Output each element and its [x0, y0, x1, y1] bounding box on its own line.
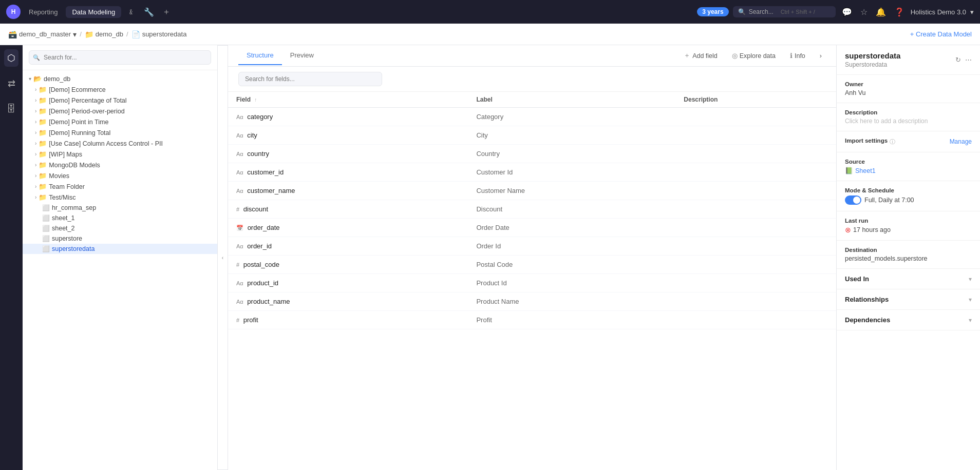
- manage-link[interactable]: Manage: [950, 138, 972, 145]
- field-label: Country: [468, 145, 675, 163]
- tree-item-maps[interactable]: › 📁 [WIP] Maps: [23, 149, 217, 160]
- source-link[interactable]: 📗 Sheet1: [845, 167, 972, 174]
- table-row[interactable]: Aα city ⋯ City: [228, 126, 836, 145]
- last-run-section: Last run ⊗ 17 hours ago: [837, 211, 980, 241]
- star-icon[interactable]: ☆: [858, 5, 870, 19]
- tree-item-superstore[interactable]: ⬜ superstore: [23, 233, 217, 244]
- collapse-sidebar-button[interactable]: ‹: [218, 45, 228, 470]
- explore-data-button[interactable]: ◎ Explore data: [728, 50, 780, 62]
- field-name: discount: [243, 205, 268, 213]
- breadcrumb-db-master[interactable]: 🗃️ demo_db_master ▾: [8, 30, 77, 38]
- breadcrumb-superstoredata[interactable]: 📄 superstoredata: [131, 30, 187, 38]
- chat-icon[interactable]: 💬: [840, 5, 854, 19]
- field-label: Category: [468, 108, 675, 126]
- field-label: Customer Id: [468, 163, 675, 182]
- chevron-right-icon: ›: [35, 151, 36, 157]
- field-type-icon: Aα: [236, 114, 243, 120]
- dependencies-header[interactable]: Dependencies ▾: [837, 310, 980, 330]
- tree-label: [Demo] Running Total: [49, 129, 110, 136]
- file-icon: ⬜: [42, 214, 50, 222]
- plus-icon[interactable]: ＋: [160, 5, 173, 19]
- table-row[interactable]: Aα customer_name ⋯ Customer Name: [228, 182, 836, 200]
- used-in-header[interactable]: Used In ▾: [837, 269, 980, 289]
- relationships-title: Relationships: [845, 296, 889, 303]
- table-row[interactable]: Aα customer_id ⋯ Customer Id: [228, 163, 836, 182]
- navbar-data-modeling[interactable]: Data Modeling: [66, 6, 121, 18]
- bell-icon[interactable]: 🔔: [874, 5, 888, 19]
- create-data-model-button[interactable]: + Create Data Model: [910, 30, 972, 38]
- tree-item-hr-comma-sep[interactable]: ⬜ hr_comma_sep: [23, 203, 217, 213]
- tree-item-column-access[interactable]: › 📁 [Use Case] Column Access Control - P…: [23, 138, 217, 149]
- table-row[interactable]: 📅 order_date ⋯ Order Date: [228, 219, 836, 237]
- tree-item-percentage[interactable]: › 📁 [Demo] Percentage of Total: [23, 95, 217, 106]
- table-row[interactable]: # discount ⋯ Discount: [228, 200, 836, 219]
- field-name: order_id: [247, 242, 272, 250]
- field-type-icon: 📅: [236, 225, 243, 231]
- user-menu[interactable]: Holistics Demo 3.0 ▾: [911, 8, 974, 16]
- import-settings-label: Import settings: [845, 138, 888, 144]
- tab-preview[interactable]: Preview: [282, 46, 322, 65]
- tree-label: [Demo] Point in Time: [49, 119, 108, 126]
- fields-search-input[interactable]: [238, 72, 382, 86]
- nav-database-icon[interactable]: 🗄: [4, 101, 19, 118]
- terminal-icon[interactable]: ﹠: [125, 5, 138, 19]
- tree-item-demo-db[interactable]: ▾ 📂 demo_db: [23, 73, 217, 84]
- tree-item-point-in-time[interactable]: › 📁 [Demo] Point in Time: [23, 116, 217, 127]
- breadcrumb-demo-db-label: demo_db: [96, 30, 123, 38]
- explore-data-label: Explore data: [740, 52, 776, 60]
- tree-search-input[interactable]: [29, 50, 211, 65]
- table-row[interactable]: Aα category ⋯ Category: [228, 108, 836, 126]
- table-row[interactable]: Aα product_id ⋯ Product Id: [228, 274, 836, 292]
- table-row[interactable]: Aα country ⋯ Country: [228, 145, 836, 163]
- wrench-icon[interactable]: 🔧: [142, 5, 156, 19]
- tree-item-sheet-2[interactable]: ⬜ sheet_2: [23, 223, 217, 233]
- description-placeholder[interactable]: Click here to add a description: [845, 118, 972, 125]
- field-label: City: [468, 126, 675, 145]
- global-search[interactable]: 🔍 Search... Ctrl + Shift + /: [733, 6, 836, 17]
- column-description[interactable]: Description: [675, 92, 836, 108]
- tree-item-test-misc[interactable]: › 📁 Test/Misc: [23, 192, 217, 203]
- field-type-icon: #: [236, 317, 239, 323]
- mode-toggle[interactable]: [845, 195, 861, 205]
- field-type-icon: Aα: [236, 169, 243, 175]
- description-section: Description Click here to add a descript…: [837, 103, 980, 131]
- table-row[interactable]: # postal_code ⋯ Postal Code: [228, 256, 836, 274]
- breadcrumb-demo-db[interactable]: 📁 demo_db: [85, 30, 123, 38]
- tree-label: sheet_1: [52, 214, 74, 222]
- refresh-icon[interactable]: ↻: [955, 56, 961, 64]
- add-field-button[interactable]: ＋ Add field: [680, 49, 722, 62]
- nav-explorer-icon[interactable]: ⬡: [4, 49, 18, 67]
- table-row[interactable]: # profit ⋯ Profit: [228, 311, 836, 329]
- table-row[interactable]: Aα product_name ⋯ Product Name: [228, 292, 836, 311]
- column-label[interactable]: Label: [468, 92, 675, 108]
- info-button[interactable]: ℹ Info: [786, 50, 809, 62]
- tree-item-ecommerce[interactable]: › 📁 [Demo] Ecommerce: [23, 84, 217, 95]
- field-description: [675, 237, 836, 256]
- owner-value: Anh Vu: [845, 89, 972, 96]
- relationships-header[interactable]: Relationships ▾: [837, 289, 980, 309]
- tab-structure[interactable]: Structure: [238, 46, 282, 65]
- tree-item-team-folder[interactable]: › 📁 Team Folder: [23, 181, 217, 192]
- tree-item-movies[interactable]: › 📁 Movies: [23, 170, 217, 181]
- info-circle-icon: ⓘ: [890, 138, 895, 146]
- tree-item-superstoredata[interactable]: ⬜ superstoredata: [23, 244, 217, 254]
- tree-label: hr_comma_sep: [52, 204, 96, 211]
- model-subtitle: Superstoredata: [845, 61, 900, 68]
- years-badge[interactable]: 3 years: [697, 7, 728, 16]
- tree-item-mongodb[interactable]: › 📁 MongoDB Models: [23, 160, 217, 170]
- more-options-icon[interactable]: ⋯: [965, 56, 972, 64]
- column-field[interactable]: Field ↑: [228, 92, 468, 108]
- tree-item-sheet-1[interactable]: ⬜ sheet_1: [23, 213, 217, 223]
- right-panel-header: superstoredata Superstoredata ↻ ⋯: [837, 45, 980, 75]
- help-icon[interactable]: ❓: [892, 5, 907, 19]
- field-description: [675, 256, 836, 274]
- table-row[interactable]: Aα order_id ⋯ Order Id: [228, 237, 836, 256]
- tree-item-running-total[interactable]: › 📁 [Demo] Running Total: [23, 127, 217, 138]
- tree-label: Movies: [49, 172, 69, 180]
- destination-value: persisted_models.superstore: [845, 255, 972, 262]
- nav-share-icon[interactable]: ⇄: [5, 75, 18, 92]
- source-section: Source 📗 Sheet1: [837, 152, 980, 181]
- tree-item-period[interactable]: › 📁 [Demo] Period-over-period: [23, 106, 217, 116]
- navbar-reporting[interactable]: Reporting: [25, 6, 62, 18]
- expand-panel-button[interactable]: ›: [816, 50, 826, 62]
